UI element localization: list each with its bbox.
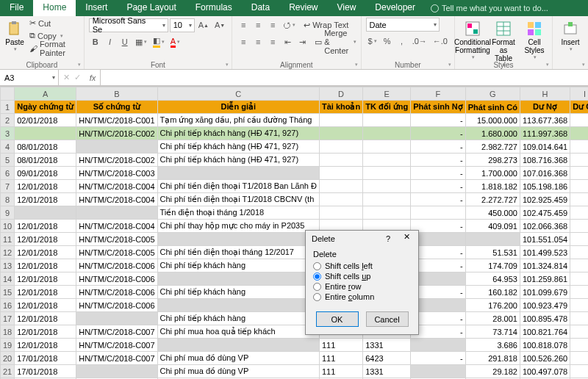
cell-C15[interactable]: Chi phí tiếp khách hàng [157,286,319,299]
cell-B9[interactable] [76,206,157,220]
cell-B11[interactable]: HN/TM/C/2018-C005 [76,233,157,246]
cell-A3[interactable] [15,127,76,140]
cell-D8[interactable] [319,193,362,206]
cell-F7[interactable]: - [411,180,466,193]
conditional-formatting-button[interactable]: Conditional Formatting [459,18,486,56]
cell-C21[interactable]: Chi phí mua đồ dùng VP [157,365,319,378]
cell-G11[interactable] [465,233,520,246]
cell-E8[interactable] [363,193,411,206]
cell-G6[interactable]: 1.700.000 [465,167,520,180]
cell-A11[interactable]: 12/01/2018 [15,233,76,246]
cell-C13[interactable]: Chi phí tiếp khách hàng [157,259,319,272]
cell-C3[interactable]: Chi phí tiếp khách hàng (HĐ 471, 927) [157,127,319,140]
cell-I8[interactable] [570,193,588,206]
cell-I2[interactable] [570,114,588,127]
cell-E7[interactable] [363,180,411,193]
cell-E2[interactable] [363,114,411,127]
align-right-button[interactable]: ≡ [266,35,279,48]
row-header-20[interactable]: 20 [1,352,15,365]
cell-I11[interactable] [570,233,588,246]
cell-G21[interactable]: 29.182 [465,365,520,378]
cell-G4[interactable]: 2.982.727 [465,140,520,154]
cell-D7[interactable] [319,180,362,193]
cell-I12[interactable] [570,246,588,259]
cancel-formula-icon[interactable]: ✕ [63,73,70,82]
cell-A7[interactable]: 12/01/2018 [15,180,76,193]
cell-A13[interactable]: 12/01/2018 [15,259,76,272]
cell-I15[interactable] [570,286,588,299]
align-bottom-button[interactable]: ≡ [266,18,279,32]
col-header-I[interactable]: I [570,87,588,101]
align-middle-button[interactable]: ≡ [251,18,265,32]
cell-G5[interactable]: 298.273 [465,154,520,167]
format-painter-button[interactable]: 🖌Format Painter [29,43,79,54]
cell-G16[interactable]: 176.200 [465,299,520,312]
cell-F8[interactable]: - [411,193,466,206]
cell-H19[interactable]: 100.818.078 [520,339,570,352]
col-header-A[interactable]: A [15,87,76,101]
cell-H16[interactable]: 100.923.479 [520,299,570,312]
cell-E21[interactable]: 1331 [363,365,411,378]
cell-G17[interactable]: 28.001 [465,312,520,325]
cell-I9[interactable] [570,206,588,220]
dialog-close-button[interactable]: ✕ [396,232,417,245]
cell-F2[interactable]: - [411,114,466,127]
col-header-H[interactable]: H [520,87,570,101]
cell-styles-button[interactable]: Cell Styles [521,18,548,56]
cell-G20[interactable]: 291.818 [465,352,520,365]
row-header-14[interactable]: 14 [1,272,15,286]
formula-input[interactable] [100,70,588,85]
align-center-button[interactable]: ≡ [251,35,265,48]
row-header-16[interactable]: 16 [1,299,15,312]
tab-pagelayout[interactable]: Page Layout [117,0,185,16]
cell-G10[interactable]: 409.091 [465,220,520,233]
cell-I6[interactable] [570,167,588,180]
orientation-button[interactable]: ⭯ [281,18,298,32]
cell-H21[interactable]: 100.497.078 [520,365,570,378]
italic-button[interactable]: I [104,35,117,48]
cell-B3[interactable]: HN/TM/C/2018-C002 [76,127,157,140]
row-header-19[interactable]: 19 [1,339,15,352]
cell-C5[interactable]: Chi phí tiếp khách hàng (HĐ 471, 927) [157,154,319,167]
cell-E6[interactable] [363,167,411,180]
cell-A15[interactable]: 12/01/2018 [15,286,76,299]
cell-B5[interactable]: HN/TM/C/2018-C002 [76,154,157,167]
font-name-combo[interactable]: Microsoft Sans Se [89,18,168,32]
row-header-7[interactable]: 7 [1,180,15,193]
cell-C9[interactable]: Tiền điện thoại tháng 1/2018 [157,206,319,220]
cell-D9[interactable] [319,206,362,220]
row-header-17[interactable]: 17 [1,312,15,325]
cell-B15[interactable]: HN/TM/C/2018-C006 [76,286,157,299]
row-header-10[interactable]: 10 [1,220,15,233]
cell-F20[interactable]: - [411,352,466,365]
cell-E3[interactable] [363,127,411,140]
cell-B19[interactable]: HN/TM/C/2018-C007 [76,339,157,352]
cell-G9[interactable]: 450.000 [465,206,520,220]
cell-C4[interactable]: Chi phí tiếp khách hàng (HĐ 471, 927) [157,140,319,154]
cell-A17[interactable]: 12/01/2018 [15,312,76,325]
cell-C18[interactable]: Chi phí mua hoa quả tiếp khách [157,325,319,339]
cell-G2[interactable]: 15.000.000 [465,114,520,127]
row-header-2[interactable]: 2 [1,114,15,127]
tab-view[interactable]: View [328,0,366,16]
cell-D6[interactable] [319,167,362,180]
cell-C12[interactable]: Chi phí tiền điện thoại tháng 12/2017 [157,246,319,259]
cell-C7[interactable]: Chi phí tiền điện thoại T1/2018 Ban Lãnh… [157,180,319,193]
row-header-8[interactable]: 8 [1,193,15,206]
cell-D21[interactable]: 111 [319,365,362,378]
insert-cells-button[interactable]: Insert [557,18,584,56]
cell-I21[interactable] [570,365,588,378]
merge-center-button[interactable]: ▭Merge & Center [315,37,356,48]
cell-F3[interactable]: - [411,127,466,140]
header-cell[interactable]: Diễn giải [157,101,319,114]
cell-B16[interactable]: HN/TM/C/2018-C006 [76,299,157,312]
header-cell[interactable]: Phát sinh Có [465,101,520,114]
cell-H11[interactable]: 101.551.054 [520,233,570,246]
format-as-table-button[interactable]: Format as Table [490,18,517,56]
cell-D3[interactable] [319,127,362,140]
decrease-font-button[interactable]: A▼ [212,18,227,32]
cell-C11[interactable] [157,233,319,246]
cell-H3[interactable]: 111.997.368 [520,127,570,140]
comma-format-button[interactable]: , [395,35,409,48]
cell-H13[interactable]: 101.324.814 [520,259,570,272]
